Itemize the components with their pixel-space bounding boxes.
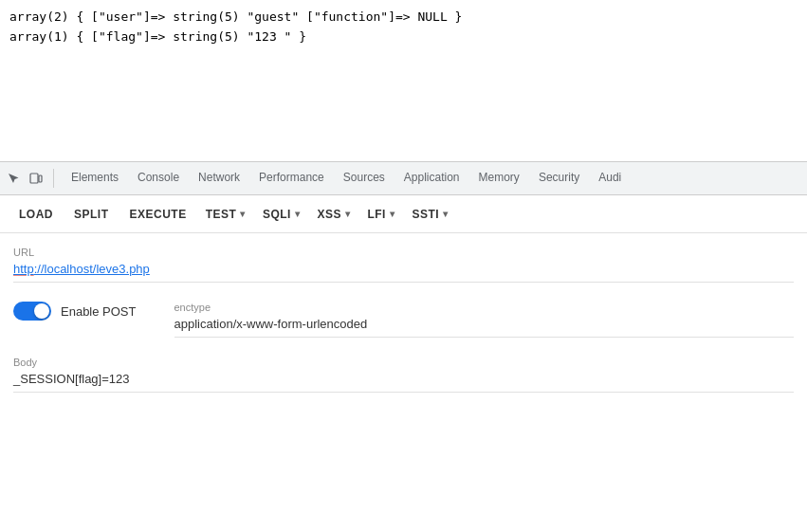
lfi-button[interactable]: LFI ▾ [359,202,402,227]
body-value[interactable]: _SESSION[flag]=123 [13,372,794,393]
url-field: URL http://localhost/leve3.php [13,247,794,283]
output-line-2: array(1) { ["flag"]=> string(5) "123 " } [9,28,798,47]
tab-security[interactable]: Security [529,161,589,195]
url-rest: ://localhost/leve3.php [34,262,150,276]
toggle-thumb [34,303,49,319]
tab-sources[interactable]: Sources [334,161,394,195]
body-label: Body [13,357,794,368]
svg-rect-0 [30,174,38,183]
tab-network[interactable]: Network [189,161,249,195]
sqli-dropdown-arrow: ▾ [295,209,301,219]
tab-application[interactable]: Application [394,161,469,195]
device-icon[interactable] [27,169,46,188]
devtools-icon-group [4,169,54,188]
toggle-label: Enable POST [61,304,137,319]
lfi-dropdown-arrow: ▾ [390,209,395,219]
url-value[interactable]: http://localhost/leve3.php [13,262,794,283]
enable-post-group: Enable POST [13,302,137,321]
form-area: URL http://localhost/leve3.php Enable PO… [0,233,807,425]
output-area: array(2) { ["user"]=> string(5) "guest" … [0,0,807,161]
post-enctype-row: Enable POST enctype application/x-www-fo… [13,302,794,338]
test-dropdown-arrow: ▾ [240,209,246,219]
devtools-bar: Elements Console Network Performance Sou… [0,161,807,195]
toggle-track [13,302,51,321]
tab-console[interactable]: Console [128,161,189,195]
load-button[interactable]: LOAD [9,202,63,227]
cursor-icon[interactable] [4,169,23,188]
sqli-button[interactable]: SQLI ▾ [255,202,308,227]
ssti-dropdown-arrow: ▾ [443,209,449,219]
tab-audit[interactable]: Audi [589,161,631,195]
tab-memory[interactable]: Memory [469,161,529,195]
tab-performance[interactable]: Performance [249,161,334,195]
test-button[interactable]: TEST ▾ [198,202,253,227]
url-scheme: http [13,262,34,276]
xss-button[interactable]: XSS ▾ [309,202,358,227]
enctype-group: enctype application/x-www-form-urlencode… [174,302,795,338]
enctype-label: enctype [174,302,795,313]
enctype-value[interactable]: application/x-www-form-urlencoded [174,317,795,338]
xss-dropdown-arrow: ▾ [345,209,351,219]
body-field: Body _SESSION[flag]=123 [13,357,794,393]
tab-elements[interactable]: Elements [62,161,128,195]
toolbar: LOAD SPLIT EXECUTE TEST ▾ SQLI ▾ XSS ▾ L… [0,195,807,233]
svg-rect-1 [39,175,42,182]
enable-post-toggle[interactable] [13,302,51,321]
split-button[interactable]: SPLIT [64,202,119,227]
ssti-button[interactable]: SSTI ▾ [404,202,455,227]
url-label: URL [13,247,794,258]
output-line-1: array(2) { ["user"]=> string(5) "guest" … [9,8,798,28]
execute-button[interactable]: EXECUTE [120,202,196,227]
